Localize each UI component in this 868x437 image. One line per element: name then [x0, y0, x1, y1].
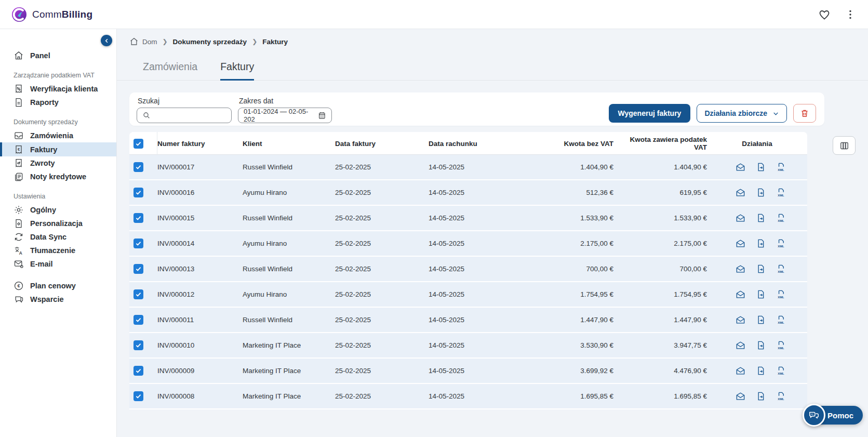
xml-file-icon[interactable]: XML — [776, 239, 786, 248]
tab-faktury[interactable]: Faktury — [220, 61, 254, 81]
xml-file-icon[interactable]: XML — [776, 289, 786, 299]
column-header-number[interactable]: Numer faktury — [157, 140, 243, 148]
sidebar-item-tlumaczenie[interactable]: A Tłumaczenie — [0, 244, 116, 257]
export-file-icon[interactable] — [756, 289, 766, 299]
sidebar-collapse-button[interactable] — [101, 35, 112, 46]
column-header-net[interactable]: Kwota bez VAT — [557, 140, 621, 148]
export-file-icon[interactable] — [756, 315, 766, 325]
row-checkbox[interactable] — [133, 366, 143, 376]
generate-invoices-button[interactable]: Wygeneruj faktury — [609, 104, 691, 123]
export-file-icon[interactable] — [756, 188, 766, 197]
svg-text:€: € — [17, 283, 20, 288]
export-file-icon[interactable] — [756, 162, 766, 172]
search-input[interactable] — [155, 112, 222, 120]
xml-file-icon[interactable]: XML — [776, 264, 786, 274]
sidebar-item-noty-kredytowe[interactable]: Noty kredytowe — [0, 170, 116, 183]
select-all-checkbox[interactable] — [133, 139, 143, 149]
table-row[interactable]: INV/000016 Ayumu Hirano 25-02-2025 14-05… — [129, 180, 807, 205]
send-email-icon[interactable] — [736, 340, 745, 350]
table-row[interactable]: INV/000009 Marketing IT Place 25-02-2025… — [129, 359, 807, 383]
sidebar-item-email[interactable]: E-mail — [0, 257, 116, 271]
table-row[interactable]: INV/000008 Marketing IT Place 25-02-2025… — [129, 384, 807, 408]
send-email-icon[interactable] — [736, 213, 745, 223]
table-row[interactable]: INV/000017 Russell Winfield 25-02-2025 1… — [129, 155, 807, 179]
help-button[interactable]: Pomoc — [805, 406, 863, 425]
export-file-icon[interactable] — [756, 366, 766, 376]
send-email-icon[interactable] — [736, 239, 745, 248]
brand[interactable]: CommBilling — [11, 7, 92, 22]
column-header-bill-date[interactable]: Data rachunku — [429, 140, 557, 148]
export-file-icon[interactable] — [756, 239, 766, 248]
send-email-icon[interactable] — [736, 391, 745, 401]
row-checkbox[interactable] — [133, 162, 143, 172]
invoice-date: 25-02-2025 — [335, 265, 429, 273]
tab-zamowienia[interactable]: Zamówienia — [143, 61, 197, 81]
sidebar-item-weryfikacja-klienta[interactable]: Weryfikacja klienta — [0, 82, 116, 96]
send-email-icon[interactable] — [736, 162, 745, 172]
xml-file-icon[interactable]: XML — [776, 188, 786, 197]
breadcrumb-section[interactable]: Dokumenty sprzedaży — [173, 38, 247, 46]
row-checkbox[interactable] — [133, 391, 143, 401]
favorites-heart-icon[interactable] — [818, 8, 831, 21]
breadcrumb-separator: ❯ — [252, 38, 257, 45]
xml-file-icon[interactable]: XML — [776, 315, 786, 325]
column-settings-button[interactable] — [833, 136, 856, 155]
sidebar-item-zwroty[interactable]: Zwroty — [0, 156, 116, 170]
table-row[interactable]: INV/000010 Marketing IT Place 25-02-2025… — [129, 333, 807, 357]
breadcrumb-home[interactable]: Dom — [129, 37, 157, 46]
bulk-actions-button[interactable]: Działania zbiorcze — [697, 104, 787, 123]
row-checkbox[interactable] — [133, 289, 143, 299]
date-range-input[interactable]: 01-01-2024 — 02-05-202 — [238, 108, 332, 123]
main-content: Dom ❯ Dokumenty sprzedaży ❯ Faktury Zamó… — [117, 29, 868, 437]
table-row[interactable]: INV/000012 Ayumu Hirano 25-02-2025 14-05… — [129, 282, 807, 307]
send-email-icon[interactable] — [736, 315, 745, 325]
table-row[interactable]: INV/000015 Russell Winfield 25-02-2025 1… — [129, 206, 807, 230]
send-email-icon[interactable] — [736, 188, 745, 197]
export-file-icon[interactable] — [756, 264, 766, 274]
amount-net: 1.533,90 € — [557, 214, 621, 222]
row-checkbox[interactable] — [133, 213, 143, 223]
xml-file-icon[interactable]: XML — [776, 391, 786, 401]
row-checkbox[interactable] — [133, 264, 143, 274]
amount-gross: 619,95 € — [621, 189, 714, 196]
column-header-client[interactable]: Klient — [243, 140, 335, 148]
sidebar-item-plan-cenowy[interactable]: € Plan cenowy — [0, 279, 116, 293]
sidebar-item-panel[interactable]: Panel — [0, 49, 116, 62]
kebab-menu-icon[interactable] — [844, 8, 857, 21]
column-header-gross[interactable]: Kwota zawiera podatek VAT — [621, 136, 714, 151]
send-email-icon[interactable] — [736, 289, 745, 299]
xml-file-icon[interactable]: XML — [776, 213, 786, 223]
row-checkbox[interactable] — [133, 340, 143, 350]
xml-file-icon[interactable]: XML — [776, 340, 786, 350]
table-row[interactable]: INV/000014 Ayumu Hirano 25-02-2025 14-05… — [129, 231, 807, 256]
sidebar-item-personalizacja[interactable]: Personalizacja — [0, 217, 116, 230]
send-email-icon[interactable] — [736, 366, 745, 376]
row-checkbox[interactable] — [133, 188, 143, 197]
sidebar-item-raporty[interactable]: Raporty — [0, 96, 116, 109]
sidebar-item-wsparcie[interactable]: Wsparcie — [0, 293, 116, 306]
svg-text:XML: XML — [778, 245, 784, 248]
table-row[interactable]: INV/000011 Russell Winfield 25-02-2025 1… — [129, 308, 807, 332]
xml-file-icon[interactable]: XML — [776, 162, 786, 172]
row-checkbox[interactable] — [133, 315, 143, 325]
sidebar-item-ogolny[interactable]: Ogólny — [0, 203, 116, 217]
xml-file-icon[interactable]: XML — [776, 366, 786, 376]
sidebar-item-data-sync[interactable]: Data Sync — [0, 230, 116, 244]
help-chat-icon — [803, 404, 825, 427]
row-checkbox[interactable] — [133, 239, 143, 248]
table-row[interactable]: INV/000013 Russell Winfield 25-02-2025 1… — [129, 257, 807, 281]
filter-bar: Szukaj Zakres dat 01-01-2024 — 02-05-202… — [129, 92, 824, 126]
sidebar-item-zamowienia[interactable]: Zamówienia — [0, 129, 116, 142]
sidebar-item-faktury[interactable]: € Faktury — [0, 142, 116, 156]
export-file-icon[interactable] — [756, 340, 766, 350]
search-input-box[interactable] — [137, 108, 232, 123]
export-file-icon[interactable] — [756, 213, 766, 223]
export-file-icon[interactable] — [756, 391, 766, 401]
date-range-value: 01-01-2024 — 02-05-202 — [244, 108, 318, 123]
column-header-invoice-date[interactable]: Data faktury — [335, 140, 429, 148]
delete-button[interactable] — [793, 104, 816, 123]
amount-net: 1.447,90 € — [557, 316, 621, 324]
send-email-icon[interactable] — [736, 264, 745, 274]
check-icon — [135, 215, 142, 221]
home-icon — [129, 37, 139, 46]
